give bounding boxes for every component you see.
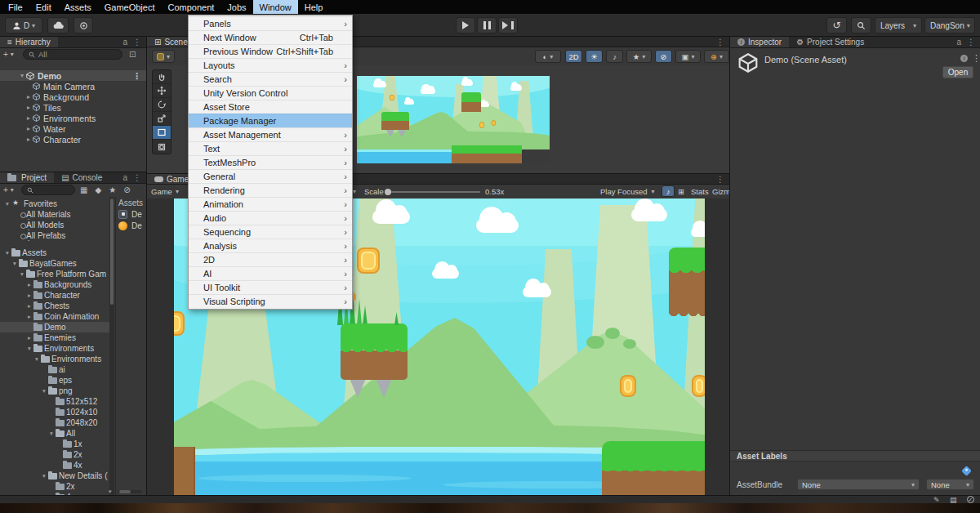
tag-filter-icon[interactable]: ◆	[95, 185, 101, 194]
menu-item[interactable]: Package Manager	[189, 114, 352, 127]
assetbundle-dropdown[interactable]: None ▾	[797, 479, 920, 490]
menu-item[interactable]: Text ›	[189, 141, 352, 155]
slider-track[interactable]	[385, 191, 480, 193]
foldout-icon[interactable]: ▸	[24, 104, 33, 111]
play-focused-dropdown[interactable]: Play Focused ▾	[600, 185, 655, 199]
menubar-item[interactable]: Window	[253, 0, 298, 14]
kebab-icon[interactable]: ⋮	[716, 38, 724, 47]
undo-history-button[interactable]: ↺	[826, 17, 847, 33]
scrollbar-thumb[interactable]	[119, 490, 131, 493]
project-tree-row[interactable]: ▸ Character	[0, 290, 109, 301]
foldout-icon[interactable]: ▾	[18, 72, 26, 79]
scene-visibility-toggle[interactable]: ⊘	[655, 50, 672, 63]
step-button[interactable]	[498, 17, 518, 33]
menu-item[interactable]: Previous Window Ctrl+Shift+Tab	[189, 44, 352, 58]
foldout-icon[interactable]: ▸	[24, 93, 33, 100]
aspect-dropdown[interactable]: ▾	[353, 185, 356, 199]
mute-audio-toggle[interactable]: ♪	[662, 185, 675, 197]
project-tree-row[interactable]: ▾ Environments	[0, 354, 109, 364]
foldout-icon[interactable]: ▾	[3, 249, 11, 256]
project-tree-row[interactable]: ai	[0, 364, 109, 375]
project-tree-row[interactable]: 2048x20	[0, 417, 109, 428]
menu-item[interactable]: Rendering ›	[189, 183, 352, 197]
foldout-icon[interactable]: ▸	[24, 114, 33, 122]
foldout-icon[interactable]: ▾	[40, 472, 48, 480]
menu-item[interactable]: Audio ›	[189, 211, 352, 225]
project-tree-row[interactable]: ▾ New Details (	[0, 471, 109, 481]
target-button[interactable]	[74, 17, 93, 33]
project-tree-row[interactable]: Demo	[0, 322, 109, 332]
menu-item[interactable]: Visual Scripting ›	[189, 294, 352, 308]
foldout-icon[interactable]: ▾	[47, 430, 56, 437]
asset-item[interactable]: De	[116, 208, 146, 220]
search-button[interactable]	[851, 17, 871, 33]
foldout-icon[interactable]: ▸	[25, 334, 33, 341]
lighting-toggle[interactable]: ☀	[586, 50, 603, 63]
menu-item[interactable]: Unity Version Control	[189, 86, 352, 100]
camera-settings-dropdown[interactable]: ▣ ▾	[675, 50, 701, 63]
hidden-filter-icon[interactable]: ⊘	[123, 185, 130, 194]
lock-icon[interactable]: a	[122, 173, 127, 182]
foldout-icon[interactable]: ▾	[25, 345, 33, 352]
project-tree-row[interactable]: ▾ All	[0, 428, 109, 439]
gizmos-dropdown[interactable]: ⊕ ▾	[704, 50, 729, 63]
kebab-icon[interactable]: ⋮	[716, 175, 724, 184]
play-button[interactable]	[456, 17, 475, 33]
project-tree-row[interactable]: All Materials	[0, 209, 109, 220]
project-tree-row[interactable]: 1024x10	[0, 407, 109, 417]
menubar-item[interactable]: Edit	[29, 0, 58, 14]
project-tree-row[interactable]: ▾ Assets	[0, 248, 109, 258]
menubar-item[interactable]: Help	[298, 0, 330, 14]
project-tree-row[interactable]: 2x	[0, 481, 109, 492]
assetbundle-variant-dropdown[interactable]: None ▾	[926, 479, 974, 490]
tab-project[interactable]: Project	[0, 172, 54, 183]
hierarchy-item[interactable]: ▸ Water	[0, 123, 146, 134]
open-button[interactable]: Open	[942, 66, 973, 78]
menu-item[interactable]: TextMeshPro ›	[189, 155, 352, 169]
slider-knob[interactable]	[385, 189, 391, 195]
lock-icon[interactable]: a	[122, 38, 127, 47]
project-tree-scrollbar[interactable]: ▾	[109, 197, 114, 495]
foldout-icon[interactable]: ▸	[25, 302, 33, 310]
menubar-item[interactable]: Component	[161, 0, 220, 14]
foldout-icon[interactable]: ▾	[40, 387, 48, 395]
foldout-icon[interactable]: ▾	[3, 200, 11, 207]
menu-item[interactable]: 2D ›	[189, 252, 352, 266]
view-hand-tool[interactable]	[153, 70, 171, 84]
menu-item[interactable]: Asset Management ›	[189, 127, 352, 141]
hierarchy-item[interactable]: ▸ Environments	[0, 113, 146, 123]
tab-console[interactable]: ▤ Console	[54, 172, 109, 183]
scale-tool[interactable]	[153, 112, 171, 126]
scroll-down-icon[interactable]: ▾	[109, 488, 112, 495]
project-tree-row[interactable]: All Prefabs	[0, 230, 109, 241]
account-button[interactable]: D ▾	[5, 17, 42, 33]
display-dropdown[interactable]: Game ▾	[151, 185, 179, 199]
project-tree-row[interactable]: All Models	[0, 220, 109, 230]
foldout-icon[interactable]: ▾	[33, 355, 41, 363]
foldout-icon[interactable]: ▸	[25, 313, 33, 320]
2d-toggle[interactable]: 2D	[565, 50, 582, 63]
menu-item[interactable]: General ›	[189, 169, 352, 183]
menu-item[interactable]: Animation ›	[189, 197, 352, 211]
star-filter-icon[interactable]: ★	[109, 185, 116, 194]
project-tree-row[interactable]	[0, 241, 109, 248]
foldout-icon[interactable]: ▸	[24, 136, 33, 143]
hierarchy-item[interactable]: ▸ Character	[0, 134, 146, 145]
tab-hierarchy[interactable]: ≡ Hierarchy	[0, 37, 58, 47]
project-tree-row[interactable]: ▾ BayatGames	[0, 258, 109, 269]
asset-labels-header[interactable]: Asset Labels	[730, 450, 980, 462]
lock-icon[interactable]: a	[956, 38, 961, 47]
help-icon[interactable]: i	[960, 55, 968, 62]
hierarchy-search-input[interactable]: All	[23, 49, 122, 60]
foldout-icon[interactable]: ▾	[11, 260, 19, 267]
kebab-icon[interactable]: ⋮	[133, 71, 142, 81]
hierarchy-item[interactable]: Main Camera	[0, 81, 146, 91]
menu-item[interactable]: Layouts ›	[189, 58, 352, 72]
draw-mode-dropdown[interactable]: ◐ ▾	[535, 50, 561, 63]
project-tree-row[interactable]: 1x	[0, 439, 109, 449]
rect-tool[interactable]	[153, 126, 171, 140]
kebab-icon[interactable]: ⋮	[133, 38, 141, 47]
hierarchy-create-button[interactable]: + ▾	[3, 50, 14, 59]
kebab-icon[interactable]: ⋮	[133, 173, 141, 182]
hierarchy-item[interactable]: ▸ Background	[0, 91, 146, 102]
